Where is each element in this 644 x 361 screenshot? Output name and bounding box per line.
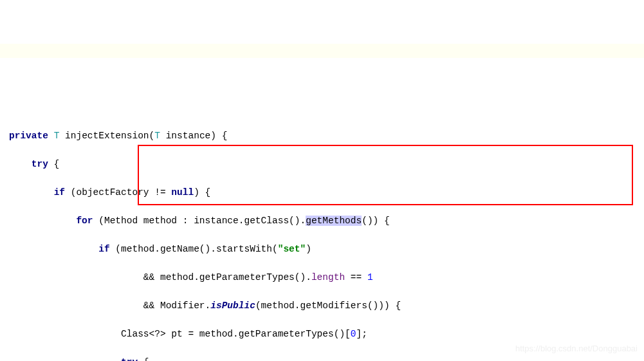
code-line: if (method.getName().startsWith("set")	[0, 242, 644, 256]
code-line: && Modifier.isPublic(method.getModifiers…	[0, 299, 644, 313]
code-line: Class<?> pt = method.getParameterTypes()…	[0, 327, 644, 341]
code-line: private T injectExtension(T instance) {	[0, 129, 644, 143]
code-line: for (Method method : instance.getClass()…	[0, 214, 644, 228]
code-line: try {	[0, 355, 644, 361]
code-line: && method.getParameterTypes().length == …	[0, 270, 644, 284]
highlight-box	[138, 145, 633, 205]
